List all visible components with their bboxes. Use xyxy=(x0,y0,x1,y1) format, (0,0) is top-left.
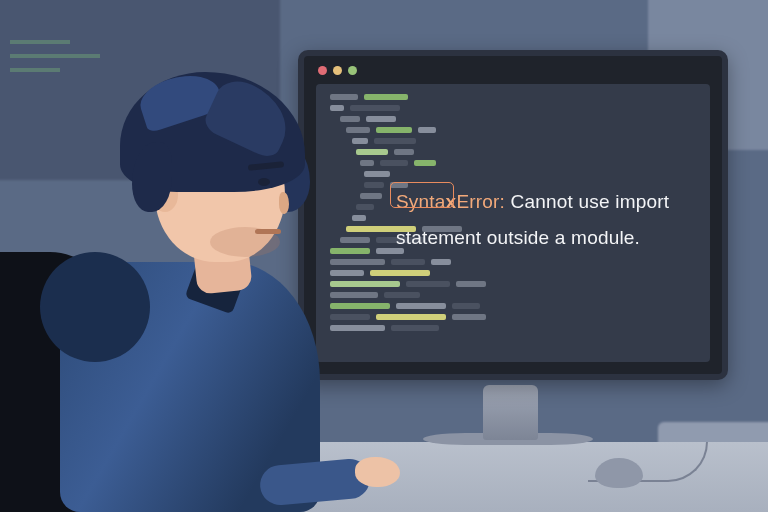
error-message: SyntaxError: Cannot use import statement… xyxy=(396,184,680,256)
error-word: Error: xyxy=(456,191,505,212)
error-line2: statement outside a module. xyxy=(396,227,640,248)
mouth xyxy=(255,229,281,234)
forearm xyxy=(258,457,371,506)
developer-illustration xyxy=(0,52,380,512)
eye xyxy=(258,178,270,186)
computer-mouse xyxy=(595,458,643,488)
error-line1: Cannot use import xyxy=(511,191,670,212)
monitor-stand xyxy=(483,385,538,440)
error-x-glyph: x xyxy=(446,191,457,212)
shoulder xyxy=(40,252,150,362)
error-type-label: Synta xyxy=(396,191,446,212)
nose xyxy=(279,192,289,214)
hand xyxy=(355,457,400,487)
background-code-stripe xyxy=(10,40,70,44)
